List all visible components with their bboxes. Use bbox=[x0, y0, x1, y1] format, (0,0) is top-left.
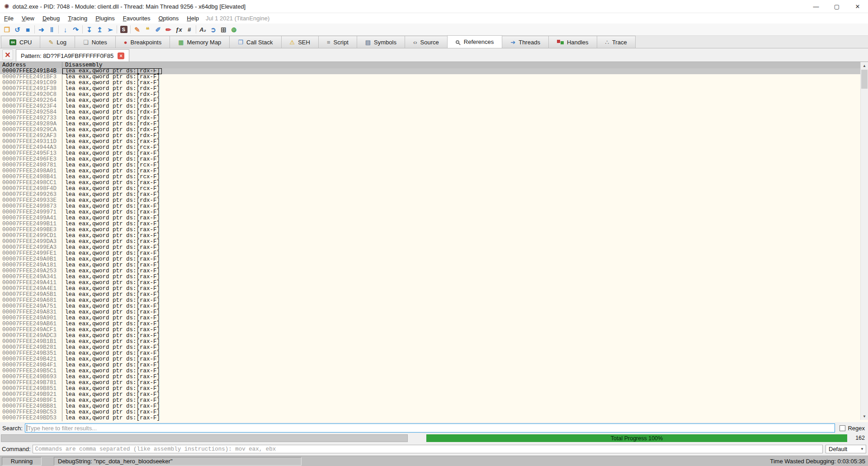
notes-icon: ❏ bbox=[83, 39, 89, 45]
command-profile-value: Default bbox=[826, 446, 859, 452]
close-tab-icon[interactable]: × bbox=[118, 52, 124, 59]
column-header-disassembly[interactable]: Disassembly bbox=[62, 62, 860, 68]
tab-trace[interactable]: ∴Trace bbox=[597, 36, 636, 48]
toolbar: ❒↺■➜‖↓↷↧↥➢S✎❝✐✏ƒx#A₂➲⊞⊕ bbox=[0, 24, 868, 36]
title-bar: ✺ dota2.exe - PID: 7048 - Module: client… bbox=[0, 0, 868, 13]
tab-breakpoints[interactable]: ●Breakpoints bbox=[115, 36, 170, 48]
window-title: dota2.exe - PID: 7048 - Module: client.d… bbox=[13, 3, 246, 10]
breakpoints-icon: ● bbox=[124, 39, 127, 45]
tab-label-seh: SEH bbox=[298, 39, 310, 46]
debug-state-badge: Running bbox=[2, 457, 42, 466]
calculator-icon[interactable]: ⊞ bbox=[218, 24, 229, 35]
toolbar-separator bbox=[82, 25, 83, 33]
engine-version-label: Jul 1 2021 (TitanEngine) bbox=[206, 15, 269, 22]
menu-bar: FileViewDebugTracingPluginsFavouritesOpt… bbox=[0, 13, 868, 24]
tab-script[interactable]: ≡Script bbox=[318, 36, 357, 48]
tab-pattern-results[interactable]: Pattern: 8D??F1A9FBFFFFFF0F85 × bbox=[16, 49, 129, 62]
scylla-icon[interactable]: S bbox=[118, 24, 129, 35]
vertical-scrollbar[interactable]: ▲ ▼ bbox=[860, 62, 868, 420]
hash-icon[interactable]: # bbox=[184, 24, 194, 35]
tab-symbols[interactable]: ▤Symbols bbox=[357, 36, 405, 48]
menu-items: FileViewDebugTracingPluginsFavouritesOpt… bbox=[0, 13, 203, 24]
search-placeholder: Type here to filter results... bbox=[28, 425, 97, 432]
minimize-button[interactable]: — bbox=[806, 0, 826, 13]
menu-favourites[interactable]: Favourites bbox=[119, 13, 155, 24]
pause-icon[interactable]: ‖ bbox=[47, 24, 57, 35]
tab-notes[interactable]: ❏Notes bbox=[75, 36, 116, 48]
menu-plugins[interactable]: Plugins bbox=[91, 13, 119, 24]
close-debuggee-icon[interactable]: ■ bbox=[23, 24, 33, 35]
references-icon bbox=[456, 40, 459, 44]
tab-label-trace: Trace bbox=[612, 39, 627, 46]
tab-call-stack[interactable]: ❐Call Stack bbox=[229, 36, 281, 48]
table-row[interactable]: 00007FFEE249BD53lea eax,qword ptr ds:[ra… bbox=[0, 415, 860, 421]
search-input[interactable]: Type here to filter results... bbox=[25, 423, 835, 433]
run-icon[interactable]: ➜ bbox=[36, 24, 47, 35]
tab-threads[interactable]: ➔Threads bbox=[502, 36, 549, 48]
time-wasted-label: Time Wasted Debugging: 0:03:05:35 bbox=[770, 458, 865, 465]
step-over-icon[interactable]: ↷ bbox=[71, 24, 81, 35]
address-cell: 00007FFEE249BD53 bbox=[0, 415, 62, 421]
settings-icon[interactable]: ➲ bbox=[208, 24, 218, 35]
step-into-icon[interactable]: ↓ bbox=[60, 24, 71, 35]
tab-handles[interactable]: Handles bbox=[548, 36, 597, 48]
font-size-icon[interactable]: A₂ bbox=[198, 24, 208, 35]
scrollbar-thumb[interactable] bbox=[861, 70, 868, 89]
functions-icon[interactable]: ƒx bbox=[174, 24, 184, 35]
pattern-tab-label: Pattern: 8D??F1A9FBFFFFFF0F85 bbox=[21, 52, 113, 59]
highlight-icon[interactable]: ✏ bbox=[163, 24, 174, 35]
x64dbg-bug-icon: ✺ bbox=[4, 3, 9, 10]
tab-label-cpu: CPU bbox=[19, 39, 32, 46]
menu-options[interactable]: Options bbox=[154, 13, 183, 24]
chevron-down-icon: ▼ bbox=[859, 447, 866, 451]
search-label: Search: bbox=[2, 425, 23, 432]
menu-help[interactable]: Help bbox=[183, 13, 203, 24]
total-progress-bar: Total Progress 100% bbox=[426, 434, 847, 442]
tab-label-breakpoints: Breakpoints bbox=[131, 39, 162, 46]
execute-till-return-icon[interactable]: ↥ bbox=[94, 24, 105, 35]
command-profile-select[interactable]: Default ▼ bbox=[826, 445, 866, 453]
run-to-user-code-icon[interactable]: ➢ bbox=[105, 24, 115, 35]
toolbar-separator bbox=[58, 25, 59, 33]
attach-icon[interactable]: ✐ bbox=[153, 24, 163, 35]
log-icon: ✎ bbox=[48, 39, 53, 45]
menu-debug[interactable]: Debug bbox=[38, 13, 64, 24]
patch-icon[interactable]: ✎ bbox=[132, 24, 142, 35]
menu-file[interactable]: File bbox=[0, 13, 18, 24]
command-input[interactable]: Commands are comma separated (like assem… bbox=[33, 445, 823, 453]
handles-icon bbox=[557, 40, 564, 44]
comment-icon[interactable]: ❝ bbox=[142, 24, 153, 35]
toolbar-separator bbox=[117, 25, 117, 33]
tab-references[interactable]: References bbox=[447, 35, 502, 48]
table-rows: 00007FFEE2491B4Blea eax,qword ptr ds:[rd… bbox=[0, 68, 860, 422]
tab-log[interactable]: ✎Log bbox=[40, 36, 75, 48]
references-table: Address Disassembly 00007FFEE2491B4Blea … bbox=[0, 62, 868, 422]
scroll-up-arrow-icon[interactable]: ▲ bbox=[861, 62, 868, 69]
close-button[interactable]: ✕ bbox=[847, 0, 868, 13]
progress-row: Total Progress 100% 162 bbox=[0, 434, 868, 442]
menu-view[interactable]: View bbox=[18, 13, 38, 24]
regex-checkbox[interactable] bbox=[840, 425, 845, 431]
maximize-button[interactable]: ▢ bbox=[826, 0, 847, 13]
tab-label-call-stack: Call Stack bbox=[246, 39, 273, 46]
tab-label-script: Script bbox=[334, 39, 349, 46]
memory-map-icon: ▦ bbox=[178, 39, 184, 45]
step-out-icon[interactable]: ↧ bbox=[84, 24, 94, 35]
menu-tracing[interactable]: Tracing bbox=[64, 13, 91, 24]
handles-icon-green bbox=[561, 41, 564, 44]
handles-icon-red bbox=[557, 40, 560, 43]
open-file-icon[interactable]: ❒ bbox=[2, 24, 12, 35]
tab-cpu[interactable]: 64CPU bbox=[1, 36, 40, 48]
text-caret bbox=[27, 425, 27, 431]
command-placeholder: Commands are comma separated (like assem… bbox=[35, 446, 276, 452]
restart-icon[interactable]: ↺ bbox=[12, 24, 23, 35]
view-tab-bar: 64CPU✎Log❏Notes●Breakpoints▦Memory Map❐C… bbox=[0, 36, 868, 48]
tab-source[interactable]: ‹›Source bbox=[405, 36, 448, 48]
globe-icon[interactable]: ⊕ bbox=[229, 24, 239, 35]
tab-memory-map[interactable]: ▦Memory Map bbox=[170, 36, 230, 48]
tab-seh[interactable]: ⚠SEH bbox=[281, 36, 319, 48]
scroll-down-arrow-icon[interactable]: ▼ bbox=[861, 413, 868, 420]
column-header-address[interactable]: Address bbox=[0, 62, 62, 68]
close-all-references-button[interactable]: ✕ bbox=[2, 49, 13, 60]
cpu-icon: 64 bbox=[9, 39, 16, 45]
